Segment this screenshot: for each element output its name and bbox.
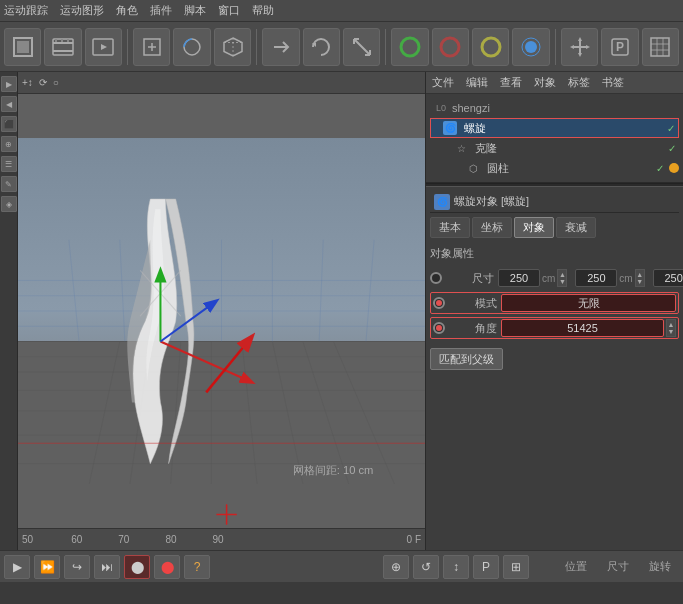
tab-coords[interactable]: 坐标: [472, 217, 512, 238]
toolbar-btn-parking[interactable]: P: [601, 28, 638, 66]
skip-end-btn[interactable]: ⏭: [94, 555, 120, 579]
section-icon-spiral: 🌀: [434, 194, 450, 210]
hierarchy-icon-clone: ☆: [454, 141, 468, 155]
sidebar-icon-7[interactable]: ◈: [1, 196, 17, 212]
toolbar-btn-shape[interactable]: [173, 28, 210, 66]
hierarchy-label-luoxuan: 螺旋: [464, 121, 486, 136]
label-rotate: 旋转: [641, 559, 679, 574]
menu-item-character[interactable]: 角色: [116, 3, 138, 18]
toolbar-btn-grid[interactable]: [642, 28, 679, 66]
mode-input[interactable]: [501, 294, 676, 312]
match-parent-button[interactable]: 匹配到父级: [430, 348, 503, 370]
stop-btn[interactable]: ⬤: [154, 555, 180, 579]
record-btn[interactable]: ⬤: [124, 555, 150, 579]
sidebar-icon-4[interactable]: ⊕: [1, 136, 17, 152]
menu-item-window[interactable]: 窗口: [218, 3, 240, 18]
right-menu-edit[interactable]: 编辑: [466, 75, 488, 90]
ruler-bar: 50 60 70 80 90 0 F: [18, 528, 425, 550]
main-toolbar: P: [0, 22, 683, 72]
right-panel: 文件 编辑 查看 对象 标签 书签 L0 shengzi 🌀 螺旋 ✓ ☆: [425, 72, 683, 550]
main-area: ▶ ◀ ⬛ ⊕ ☰ ✎ ◈ +↕ ⟳ ○: [0, 72, 683, 550]
tab-basic[interactable]: 基本: [430, 217, 470, 238]
sidebar-icon-3[interactable]: ⬛: [1, 116, 17, 132]
toolbar-btn-cube[interactable]: [214, 28, 251, 66]
right-menu-file[interactable]: 文件: [432, 75, 454, 90]
size-arrow-x[interactable]: ▲▼: [557, 269, 567, 287]
size-input-z[interactable]: [653, 269, 683, 287]
hierarchy-item-luoxuan[interactable]: 🌀 螺旋 ✓: [430, 118, 679, 138]
toolbar-btn-green-circle[interactable]: [391, 28, 428, 66]
prop-label-size: 尺寸: [446, 271, 494, 286]
viewport-cam-icon[interactable]: ⟳: [39, 77, 47, 88]
sidebar-icon-1[interactable]: ▶: [1, 76, 17, 92]
transform-grid-btn[interactable]: ⊞: [503, 555, 529, 579]
radio-size[interactable]: [430, 272, 442, 284]
angle-arrow[interactable]: ▲▼: [666, 319, 676, 337]
radio-mode[interactable]: [433, 297, 445, 309]
toolbar-btn-film[interactable]: [44, 28, 81, 66]
hierarchy-item-cylinder[interactable]: ⬡ 圆柱 ✓: [430, 158, 679, 178]
size-unit-y: cm: [619, 273, 632, 284]
toolbar-btn-rotate[interactable]: [303, 28, 340, 66]
sidebar-icon-6[interactable]: ✎: [1, 176, 17, 192]
transform-move-btn[interactable]: ⊕: [383, 555, 409, 579]
ruler-mark-70: 70: [118, 534, 129, 545]
question-btn[interactable]: ?: [184, 555, 210, 579]
transform-scale-btn[interactable]: ↕: [443, 555, 469, 579]
transform-rotate-btn[interactable]: ↺: [413, 555, 439, 579]
viewport-nav-icon[interactable]: +↕: [22, 77, 33, 88]
play-btn[interactable]: ▶: [4, 555, 30, 579]
hierarchy-icon-luoxuan: 🌀: [443, 121, 457, 135]
ruler-mark-90: 90: [213, 534, 224, 545]
toolbar-btn-blue-circle[interactable]: [512, 28, 549, 66]
hierarchy-check-clone[interactable]: ✓: [665, 141, 679, 155]
menu-item-motion-graph[interactable]: 运动图形: [60, 3, 104, 18]
toolbar-separator-1: [127, 29, 128, 65]
prop-label-mode: 模式: [449, 296, 497, 311]
svg-rect-3: [53, 42, 73, 44]
sidebar-icon-2[interactable]: ◀: [1, 96, 17, 112]
size-input-y[interactable]: [575, 269, 617, 287]
prop-row-size: 尺寸 cm ▲▼ cm ▲▼ cm ▲▼: [430, 267, 679, 289]
right-menu-view[interactable]: 查看: [500, 75, 522, 90]
hierarchy-item-l0[interactable]: L0 shengzi: [430, 98, 679, 118]
svg-point-13: [482, 38, 500, 56]
viewport-mode-icon[interactable]: ○: [53, 77, 59, 88]
toolbar-btn-edit[interactable]: [133, 28, 170, 66]
transform-parkp-btn[interactable]: P: [473, 555, 499, 579]
size-arrow-y[interactable]: ▲▼: [635, 269, 645, 287]
size-input-x[interactable]: [498, 269, 540, 287]
top-menu-bar: 运动跟踪 运动图形 角色 插件 脚本 窗口 帮助: [0, 0, 683, 22]
skip-forward-btn[interactable]: ↪: [64, 555, 90, 579]
hierarchy-item-clone[interactable]: ☆ 克隆 ✓: [430, 138, 679, 158]
hierarchy-check-cylinder[interactable]: ✓: [653, 161, 667, 175]
toolbar-btn-yellow-circle[interactable]: [472, 28, 509, 66]
toolbar-btn-red-circle[interactable]: [432, 28, 469, 66]
hierarchy-icon-l0: L0: [434, 101, 448, 115]
svg-marker-19: [586, 45, 590, 49]
menu-item-scripts[interactable]: 脚本: [184, 3, 206, 18]
step-forward-btn[interactable]: ⏩: [34, 555, 60, 579]
sidebar-icon-5[interactable]: ☰: [1, 156, 17, 172]
toolbar-btn-arrow[interactable]: [262, 28, 299, 66]
angle-input[interactable]: [501, 319, 664, 337]
toolbar-btn-render[interactable]: [85, 28, 122, 66]
toolbar-btn-new[interactable]: [4, 28, 41, 66]
tab-falloff[interactable]: 衰减: [556, 217, 596, 238]
right-menu-tag[interactable]: 标签: [568, 75, 590, 90]
right-menu-object[interactable]: 对象: [534, 75, 556, 90]
hierarchy-check-luoxuan[interactable]: ✓: [664, 121, 678, 135]
menu-item-plugins[interactable]: 插件: [150, 3, 172, 18]
right-menu-bookmark[interactable]: 书签: [602, 75, 624, 90]
section-title: 螺旋对象 [螺旋]: [454, 194, 529, 209]
size-unit-x: cm: [542, 273, 555, 284]
viewport-3d[interactable]: 网格间距: 10 cm: [18, 94, 425, 528]
menu-item-motion-track[interactable]: 运动跟踪: [4, 3, 48, 18]
viewport-toolbar: +↕ ⟳ ○: [18, 72, 425, 94]
tab-object[interactable]: 对象: [514, 217, 554, 238]
menu-item-help[interactable]: 帮助: [252, 3, 274, 18]
toolbar-btn-scale[interactable]: [343, 28, 380, 66]
radio-angle[interactable]: [433, 322, 445, 334]
svg-point-12: [441, 38, 459, 56]
toolbar-btn-move[interactable]: [561, 28, 598, 66]
